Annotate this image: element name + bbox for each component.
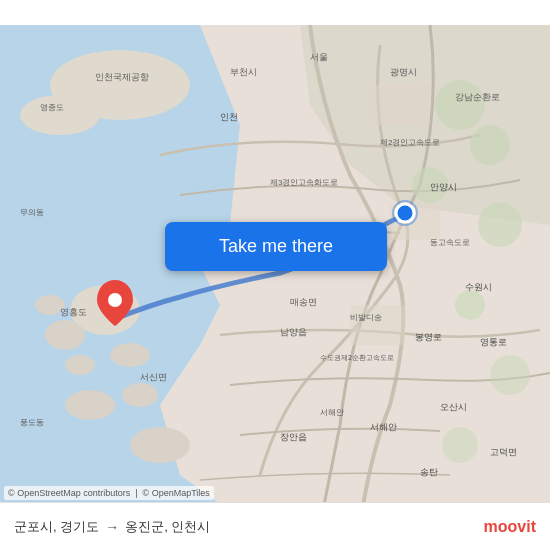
destination-text: 옹진군, 인천시 [125, 518, 210, 536]
svg-point-17 [455, 290, 485, 320]
svg-point-51 [396, 204, 414, 222]
svg-point-10 [65, 390, 115, 420]
route-info: 군포시, 경기도 → 옹진군, 인천시 [14, 518, 210, 536]
svg-text:수도권제2순환고속도로: 수도권제2순환고속도로 [320, 354, 394, 362]
map-attribution: © OpenStreetMap contributors | © OpenMap… [4, 486, 214, 500]
button-label: Take me there [219, 236, 333, 257]
svg-text:강남순환로: 강남순환로 [455, 92, 500, 102]
svg-text:제3경인고속화도로: 제3경인고속화도로 [270, 178, 338, 187]
svg-text:봉영로: 봉영로 [415, 332, 442, 342]
svg-point-6 [45, 320, 85, 350]
svg-text:고덕면: 고덕면 [490, 447, 517, 457]
svg-text:영통로: 영통로 [480, 337, 507, 347]
svg-text:서울: 서울 [310, 52, 328, 62]
svg-point-4 [20, 95, 100, 135]
svg-point-13 [435, 80, 485, 130]
svg-text:수원시: 수원시 [465, 282, 492, 292]
origin-text: 군포시, 경기도 [14, 518, 99, 536]
svg-text:비발디송: 비발디송 [350, 313, 382, 322]
bottom-bar: 군포시, 경기도 → 옹진군, 인천시 moovit [0, 502, 550, 550]
svg-point-18 [490, 355, 530, 395]
moovit-logo: moovit [484, 518, 536, 536]
svg-text:영흥도: 영흥도 [60, 307, 87, 317]
svg-rect-20 [370, 85, 430, 125]
svg-point-19 [442, 427, 478, 463]
arrow-icon: → [105, 519, 119, 535]
svg-text:영종도: 영종도 [40, 103, 64, 112]
svg-text:오산시: 오산시 [440, 402, 467, 412]
svg-text:남양읍: 남양읍 [280, 327, 307, 337]
svg-text:서신면: 서신면 [140, 372, 167, 382]
svg-text:제2경인고속도로: 제2경인고속도로 [380, 138, 440, 147]
take-me-there-button[interactable]: Take me there [165, 222, 387, 271]
svg-text:송탄: 송탄 [420, 467, 438, 477]
map-container: 인천국제공항 영종도 부천시 서울 광명시 강남순환로 인천 제2경인고속도로 … [0, 0, 550, 550]
svg-text:광명시: 광명시 [390, 67, 417, 77]
svg-text:부천시: 부천시 [230, 67, 257, 77]
svg-point-16 [478, 203, 522, 247]
svg-text:무의동: 무의동 [20, 208, 44, 217]
svg-text:장안읍: 장안읍 [280, 432, 307, 442]
svg-point-53 [108, 293, 122, 307]
svg-text:서해안: 서해안 [320, 408, 344, 417]
svg-point-9 [110, 343, 150, 367]
svg-text:안양시: 안양시 [430, 182, 457, 192]
svg-point-14 [470, 125, 510, 165]
attribution-osm: © OpenStreetMap contributors [8, 488, 130, 498]
svg-text:서해안: 서해안 [370, 422, 397, 432]
moovit-brand-text: moovit [484, 518, 536, 536]
svg-point-11 [122, 383, 158, 407]
svg-text:풍도동: 풍도동 [20, 418, 44, 427]
svg-text:동고속도로: 동고속도로 [430, 238, 470, 247]
svg-text:인천국제공항: 인천국제공항 [95, 72, 149, 82]
attribution-omt: © OpenMapTiles [143, 488, 210, 498]
svg-point-7 [65, 355, 95, 375]
svg-rect-22 [350, 305, 405, 345]
svg-text:매송면: 매송면 [290, 297, 317, 307]
svg-text:인천: 인천 [220, 112, 238, 122]
svg-point-12 [130, 427, 190, 463]
